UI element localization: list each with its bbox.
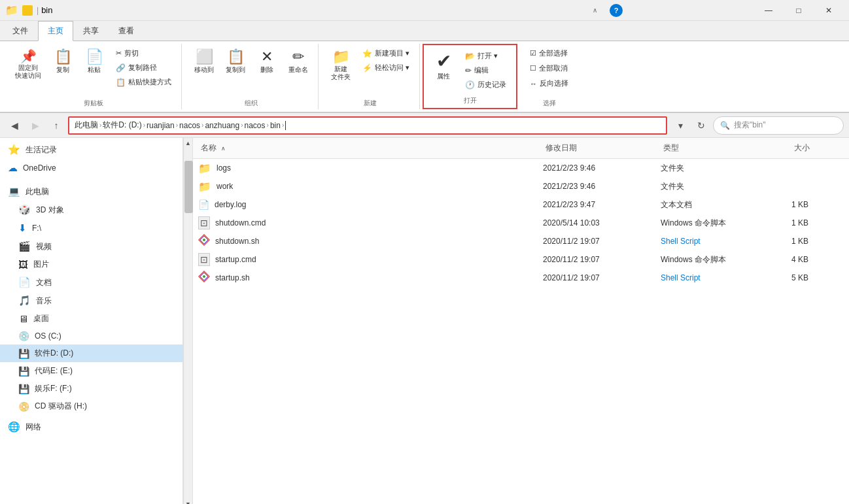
pin-label: 固定到快速访问	[15, 64, 41, 80]
sidebar-item-f[interactable]: ⬇ F:\	[0, 219, 182, 237]
copy-icon: 📋	[54, 50, 72, 64]
file-row[interactable]: ⊡ shutdown.cmd 2020/5/14 10:03 Windows 命…	[193, 214, 849, 232]
collapse-btn[interactable]: ∧	[580, 0, 610, 21]
copy-btn[interactable]: 📋 复制	[48, 46, 77, 78]
paste-shortcut-btn[interactable]: 📋 粘贴快捷方式	[111, 75, 176, 89]
cut-btn[interactable]: ✂ 剪切	[111, 46, 176, 60]
delete-btn[interactable]: ✕ 删除	[252, 46, 281, 78]
col-name[interactable]: 名称 ∧	[198, 141, 543, 156]
select-items: ☑ 全部选择 ☐ 全部取消 ↔ 反向选择	[525, 44, 573, 97]
sidebar-item-cd[interactable]: 📀 CD 驱动器 (H:)	[0, 397, 182, 415]
delete-icon: ✕	[261, 50, 273, 64]
col-size[interactable]: 大小	[791, 141, 844, 156]
sidebar-item-e[interactable]: 💾 代码E: (E:)	[0, 362, 182, 380]
sidebar-item-docs[interactable]: 📄 文档	[0, 273, 182, 292]
col-type[interactable]: 类型	[661, 141, 791, 156]
chevron-5: ›	[241, 122, 243, 129]
scroll-down-btn[interactable]: ▼	[184, 499, 192, 504]
title-bar: 📁 | bin ∧ ? — □ ✕	[0, 0, 849, 21]
sidebar-item-desktop[interactable]: 🖥 桌面	[0, 310, 182, 328]
close-btn[interactable]: ✕	[814, 0, 844, 21]
tab-view[interactable]: 查看	[109, 21, 144, 41]
open-btn[interactable]: 📂 打开 ▾	[460, 49, 511, 63]
svg-point-5	[203, 275, 205, 278]
life-label: 生活记录	[26, 144, 57, 156]
folder-icon: 📁	[5, 4, 18, 16]
app-icon-yellow	[22, 5, 33, 16]
new-item-btn[interactable]: ⭐ 新建项目 ▾	[358, 46, 414, 60]
new-folder-icon: 📁	[332, 50, 350, 64]
cd-label: CD 驱动器 (H:)	[35, 401, 87, 412]
file-icon: 📁	[198, 180, 211, 193]
copy-path-btn[interactable]: 🔗 复制路径	[111, 61, 176, 75]
file-date: 2021/2/23 9:46	[543, 163, 661, 173]
edit-btn[interactable]: ✏ 编辑	[460, 63, 511, 77]
file-row[interactable]: 📁 logs 2021/2/23 9:46 文件夹	[193, 159, 849, 177]
sidebar-item-onedrive[interactable]: ☁ OneDrive	[0, 159, 182, 177]
minimize-btn[interactable]: —	[754, 0, 784, 21]
refresh-btn[interactable]: ↻	[692, 116, 710, 135]
rename-btn[interactable]: ✏ 重命名	[284, 46, 313, 78]
e-label: 代码E: (E:)	[35, 365, 73, 377]
paste-btn[interactable]: 📄 粘贴	[80, 46, 109, 78]
tab-file[interactable]: 文件	[3, 21, 38, 41]
sidebar-item-d[interactable]: 💾 软件D: (D:)	[0, 344, 182, 362]
sidebar-item-3d[interactable]: 🎲 3D 对象	[0, 201, 182, 219]
address-segment-nacos1[interactable]: nacos	[179, 121, 200, 130]
sidebar-item-pictures[interactable]: 🖼 图片	[0, 256, 182, 273]
address-segment-anzhuang[interactable]: anzhuang	[205, 121, 239, 130]
help-btn[interactable]: ?	[610, 4, 623, 17]
file-list-header: 名称 ∧ 修改日期 类型 大小	[193, 138, 849, 159]
sidebar-item-entertainment[interactable]: 💾 娱乐F: (F:)	[0, 380, 182, 397]
properties-btn[interactable]: ✔ 属性	[429, 49, 458, 84]
3d-label: 3D 对象	[36, 205, 64, 216]
new-folder-btn[interactable]: 📁 新建文件夹	[326, 46, 355, 84]
tab-home[interactable]: 主页	[38, 21, 73, 41]
easy-access-btn[interactable]: ⚡ 轻松访问 ▾	[358, 61, 414, 75]
select-label: 选择	[543, 97, 556, 109]
file-icon	[198, 234, 210, 248]
back-btn[interactable]: ◀	[5, 116, 24, 135]
address-bar[interactable]: 此电脑 › 软件D: (D:) › ruanjian › nacos › anz…	[68, 116, 667, 135]
address-segment-pc[interactable]: 此电脑	[75, 120, 98, 131]
file-row[interactable]: shutdown.sh 2020/11/2 19:07 Shell Script…	[193, 232, 849, 250]
address-segment-bin[interactable]: bin	[270, 121, 281, 130]
address-segment-nacos2[interactable]: nacos	[245, 121, 266, 130]
sidebar-item-pc[interactable]: 💻 此电脑	[0, 182, 182, 201]
sidebar-item-network[interactable]: 🌐 网络	[0, 418, 182, 436]
window-title: bin	[41, 5, 52, 15]
sidebar-item-life[interactable]: ⭐ 生活记录	[0, 141, 182, 159]
file-row[interactable]: 📄 derby.log 2021/2/23 9:47 文本文档 1 KB	[193, 195, 849, 214]
sidebar-item-video[interactable]: 🎬 视频	[0, 237, 182, 256]
up-btn[interactable]: ↑	[47, 116, 65, 135]
pictures-label: 图片	[33, 259, 49, 270]
move-to-btn[interactable]: ⬜ 移动到	[190, 46, 218, 78]
sidebar-item-music[interactable]: 🎵 音乐	[0, 292, 182, 310]
scroll-up-btn[interactable]: ▲	[184, 138, 192, 148]
search-bar[interactable]: 🔍 搜索"bin"	[713, 116, 844, 135]
file-row[interactable]: ⊡ startup.cmd 2020/11/2 19:07 Windows 命令…	[193, 250, 849, 269]
desktop-label: 桌面	[33, 313, 49, 324]
select-all-btn[interactable]: ☑ 全部选择	[525, 46, 572, 60]
copy-to-btn[interactable]: 📋 复制到	[221, 46, 250, 78]
col-date[interactable]: 修改日期	[543, 141, 661, 156]
scrollbar-thumb[interactable]	[184, 161, 193, 213]
file-row[interactable]: startup.sh 2020/11/2 19:07 Shell Script …	[193, 269, 849, 287]
file-row[interactable]: 📁 work 2021/2/23 9:46 文件夹	[193, 177, 849, 195]
tab-share[interactable]: 共享	[73, 21, 109, 41]
address-segment-d[interactable]: 软件D: (D:)	[103, 120, 141, 131]
maximize-btn[interactable]: □	[784, 0, 814, 21]
sidebar-scrollbar[interactable]: ▲ ▼	[183, 138, 192, 504]
docs-icon: 📄	[18, 277, 31, 288]
file-name-cell: startup.sh	[198, 271, 543, 285]
address-segment-ruanjian[interactable]: ruanjian	[147, 121, 175, 130]
desktop-icon: 🖥	[18, 313, 28, 324]
pin-quick-access-btn[interactable]: 📌 固定到快速访问	[10, 46, 46, 83]
select-none-btn[interactable]: ☐ 全部取消	[525, 61, 572, 75]
dropdown-btn[interactable]: ▾	[671, 116, 689, 135]
sidebar-item-c[interactable]: 💿 OS (C:)	[0, 328, 182, 344]
invert-selection-btn[interactable]: ↔ 反向选择	[525, 76, 573, 90]
history-btn[interactable]: 🕐 历史记录	[460, 78, 511, 92]
forward-btn[interactable]: ▶	[26, 116, 44, 135]
chevron-6: ›	[267, 122, 269, 129]
